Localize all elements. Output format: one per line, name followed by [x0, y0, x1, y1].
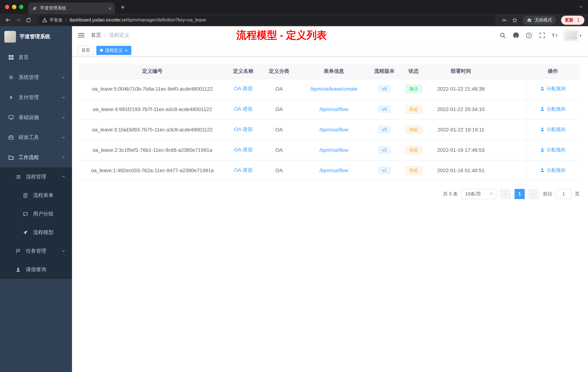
cell-definition-name: OA 请假 [225, 119, 261, 140]
sidebar-item-3[interactable]: ¥支付管理 [0, 87, 72, 107]
security-chip[interactable]: 不安全 [42, 17, 63, 23]
goto-page-input[interactable] [556, 189, 571, 199]
sidebar-item-2[interactable]: 系统管理 [0, 67, 72, 87]
sidebar-subitem-3[interactable]: 用户分组 [0, 205, 72, 223]
cell-actions: 分配规则 [526, 160, 580, 181]
update-button[interactable]: 更新 ⋮ [561, 15, 584, 25]
assign-rule-link[interactable]: 分配规则 [540, 167, 566, 174]
prev-page-button[interactable]: ‹ [500, 189, 511, 199]
overflow-menu-icon[interactable]: ⋮ [576, 17, 581, 23]
tag-close-icon[interactable]: × [125, 48, 127, 53]
assign-rule-link[interactable]: 分配规则 [540, 147, 566, 153]
definition-name-link[interactable]: OA 请假 [234, 147, 253, 153]
tag-2[interactable]: 流程定义× [96, 46, 131, 55]
sidebar-subitem-5[interactable]: 任务管理 [0, 242, 72, 260]
user-icon [15, 267, 21, 273]
back-icon[interactable] [4, 16, 12, 24]
sidebar-item-5[interactable]: 研发工具 [0, 127, 72, 147]
url-domain: dashboard.yudao.iocoder.cn [69, 17, 126, 22]
cell-version: v1 [370, 160, 398, 181]
briefcase-icon [8, 154, 14, 160]
flag-icon [15, 248, 21, 254]
browser-tab[interactable]: 芋道管理系统 × [28, 2, 115, 14]
zoom-window-button[interactable] [19, 5, 23, 9]
cell-category: OA [261, 79, 297, 99]
version-badge: v5 [378, 85, 390, 92]
definition-name-link[interactable]: OA 请假 [234, 167, 253, 173]
definition-name-link[interactable]: OA 请假 [234, 106, 253, 112]
assign-rule-link[interactable]: 分配规则 [540, 106, 566, 112]
form-info-link[interactable]: /bpm/oa/flow [319, 106, 348, 112]
assign-rule-link[interactable]: 分配规则 [540, 86, 566, 92]
page-number-1[interactable]: 1 [514, 189, 525, 199]
new-tab-button[interactable]: + [121, 3, 125, 10]
close-window-button[interactable] [5, 5, 9, 9]
send-icon [22, 230, 28, 235]
chevron-down-icon [62, 75, 65, 79]
sidebar-item-1[interactable]: 首页 [0, 47, 72, 67]
svg-text:T: T [556, 34, 558, 38]
definition-name-link[interactable]: OA 请假 [234, 126, 253, 132]
form-info-link[interactable]: /bpm/oa/flow [319, 167, 348, 173]
screenshot-root: 芋道管理系统 × + 不安全 dashboard.yudao.iocoder [0, 0, 588, 372]
sidebar-item-label: 基础设施 [19, 114, 57, 121]
document-icon [22, 192, 28, 198]
sidebar-subitem-4[interactable]: 流程模型 [0, 223, 72, 242]
text-size-icon[interactable]: TT [551, 31, 560, 40]
navbar-actions: ? TT ▾ [499, 30, 588, 40]
form-info-link[interactable]: /bpm/oa/leave/create [310, 86, 358, 92]
cell-version: v5 [370, 79, 398, 99]
sidebar-subitem-6[interactable]: 请假查询 [0, 260, 72, 279]
cell-filler [493, 99, 526, 119]
chevron-up-icon [62, 155, 65, 159]
tag-1[interactable]: 首页 [78, 46, 94, 55]
page-unit-label: 页 [575, 191, 580, 197]
sidebar-item-6[interactable]: 工作流程 [0, 147, 72, 167]
status-badge: 挂起 [405, 125, 422, 134]
sidebar-subitem-1[interactable]: 流程管理 [0, 167, 72, 186]
fullscreen-icon[interactable] [538, 31, 546, 40]
assign-rule-link[interactable]: 分配规则 [540, 126, 566, 133]
page-content: 定义编号定义名称定义分类表单信息流程版本状态部署时间操作 oa_leave:5:… [72, 56, 588, 372]
address-bar[interactable]: 不安全 dashboard.yudao.iocoder.cn/bpm/manag… [37, 15, 496, 25]
cell-version: v3 [370, 119, 398, 140]
url-text: dashboard.yudao.iocoder.cn/bpm/manager/d… [69, 17, 206, 22]
forward-icon[interactable] [14, 16, 22, 24]
cell-deploy-time: 2022-01-16 01:40:51 [429, 160, 493, 181]
avatar [564, 30, 578, 40]
form-info-link[interactable]: /bpm/oa/flow [319, 127, 348, 132]
tab-favicon [32, 6, 37, 11]
reload-icon[interactable] [24, 16, 33, 24]
sidebar-subitem-2[interactable]: 流程表单 [0, 186, 72, 205]
page-size-select[interactable]: 10条/页 [462, 189, 496, 199]
breadcrumb-home[interactable]: 首页 [91, 32, 101, 39]
monitor-icon [8, 114, 14, 120]
hamburger-icon[interactable] [72, 33, 91, 38]
sidebar-item-4[interactable]: 基础设施 [0, 107, 72, 127]
sidebar-item-label: 流程模型 [33, 229, 65, 236]
bookmark-star-icon[interactable] [510, 16, 519, 24]
list-icon [15, 174, 21, 180]
cell-definition-id: oa_leave:2:3c1f0ef1-76b1-11ec-9c66-a2380… [79, 140, 225, 160]
key-icon[interactable] [500, 16, 509, 24]
tab-list-chevron-icon[interactable] [579, 5, 583, 9]
app-logo-row[interactable]: 芋道管理系统 [0, 26, 72, 47]
cell-actions: 分配规则 [526, 140, 580, 160]
definition-name-link[interactable]: OA 请假 [234, 86, 253, 91]
form-info-link[interactable]: /bpm/oa/flow [319, 147, 348, 153]
github-icon[interactable] [512, 31, 520, 40]
page-size-value: 10条/页 [465, 191, 481, 197]
cell-definition-id: oa_leave:3:1fad3d93-7b75-11ec-a3c8-acde4… [79, 119, 225, 140]
help-icon[interactable]: ? [525, 31, 534, 40]
cell-filler [493, 140, 526, 160]
user-menu[interactable]: ▾ [564, 30, 581, 40]
url-path: /bpm/manager/definition?key=oa_leave [126, 17, 206, 22]
cell-deploy-time: 2022-01-22 20:34:10 [429, 99, 493, 119]
chevron-down-icon [62, 135, 65, 139]
annotation-title: 流程模型 - 定义列表 [236, 28, 327, 42]
search-icon[interactable] [499, 31, 507, 40]
next-page-button[interactable]: › [528, 189, 539, 199]
tab-close-icon[interactable]: × [108, 5, 111, 11]
svg-text:¥: ¥ [10, 95, 12, 100]
minimize-window-button[interactable] [12, 5, 16, 9]
